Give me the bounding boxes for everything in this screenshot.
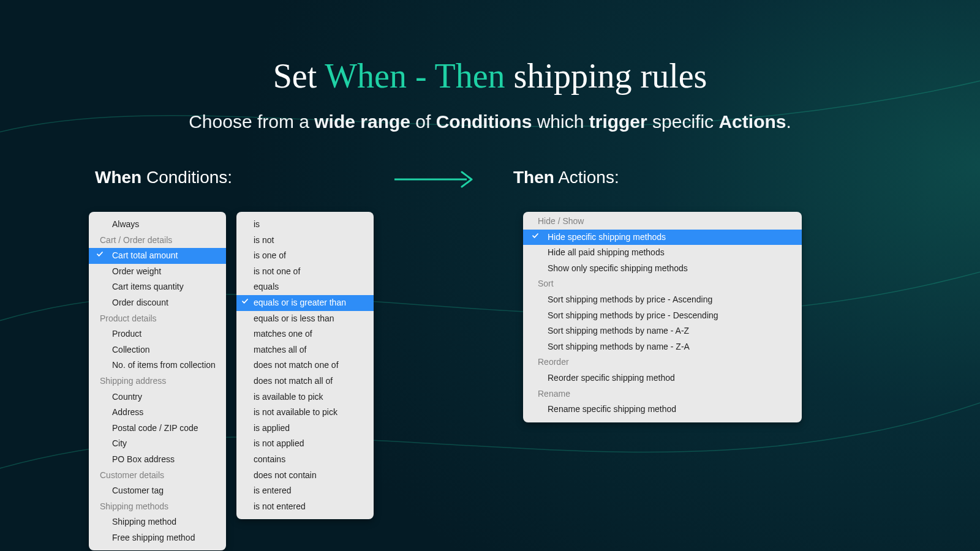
operator-item[interactable]: equals or is less than xyxy=(236,311,374,327)
action-header: Rename xyxy=(523,386,802,402)
action-item[interactable]: Sort shipping methods by price - Ascendi… xyxy=(523,292,802,308)
condition-item[interactable]: Postal code / ZIP code xyxy=(89,421,226,437)
operator-item[interactable]: is applied xyxy=(236,421,374,437)
condition-item[interactable]: No. of items from collection xyxy=(89,358,226,373)
operator-label: is one of xyxy=(254,250,286,260)
condition-label: Order discount xyxy=(112,298,168,307)
operator-item[interactable]: matches all of xyxy=(236,342,374,358)
heading-highlight: When - Then xyxy=(325,57,505,95)
condition-label: Collection xyxy=(112,345,149,354)
condition-item[interactable]: Always xyxy=(89,217,226,233)
operator-label: equals or is greater than xyxy=(254,298,346,307)
condition-label: Postal code / ZIP code xyxy=(112,423,198,433)
condition-item[interactable]: Cart items quantity xyxy=(89,279,226,295)
operator-label: is not applied xyxy=(254,438,304,448)
operator-item[interactable]: is entered xyxy=(236,483,374,499)
condition-label: Customer details xyxy=(100,470,164,480)
condition-label: No. of items from collection xyxy=(112,360,216,370)
condition-label: Shipping address xyxy=(100,376,166,386)
operator-item[interactable]: equals xyxy=(236,279,374,295)
conditions-panel[interactable]: AlwaysCart / Order detailsCart total amo… xyxy=(89,212,226,550)
action-item[interactable]: Sort shipping methods by name - A-Z xyxy=(523,323,802,339)
operator-label: does not match one of xyxy=(254,360,339,370)
action-label: Hide specific shipping methods xyxy=(548,232,666,242)
condition-label: Order weight xyxy=(112,266,161,276)
operator-label: equals or is less than xyxy=(254,313,334,323)
condition-header: Cart / Order details xyxy=(89,233,226,249)
operator-label: is not one of xyxy=(254,266,300,276)
condition-label: Shipping methods xyxy=(100,501,168,511)
condition-label: Cart / Order details xyxy=(100,235,172,245)
operator-item[interactable]: does not match all of xyxy=(236,373,374,389)
check-icon xyxy=(96,250,104,258)
condition-item[interactable]: Collection xyxy=(89,342,226,358)
action-label: Hide all paid shipping methods xyxy=(548,247,665,257)
operator-label: is available to pick xyxy=(254,392,323,402)
condition-item[interactable]: Country xyxy=(89,389,226,405)
when-section-label: When Conditions: xyxy=(95,168,232,187)
condition-label: Always xyxy=(112,219,139,229)
condition-item[interactable]: Shipping method xyxy=(89,514,226,530)
operator-item[interactable]: is xyxy=(236,217,374,233)
condition-item[interactable]: City xyxy=(89,436,226,452)
heading-part1: Set xyxy=(273,57,325,95)
condition-label: Address xyxy=(112,407,143,417)
condition-item[interactable]: PO Box address xyxy=(89,452,226,468)
action-item[interactable]: Sort shipping methods by name - Z-A xyxy=(523,339,802,355)
operators-panel[interactable]: isis notis one ofis not one ofequalsequa… xyxy=(236,212,374,519)
condition-item[interactable]: Free shipping method xyxy=(89,530,226,546)
condition-item[interactable]: Customer tag xyxy=(89,483,226,499)
operator-item[interactable]: is not applied xyxy=(236,436,374,452)
condition-header: Customer details xyxy=(89,468,226,484)
operator-label: matches all of xyxy=(254,345,306,354)
then-section-label: Then Actions: xyxy=(513,168,619,187)
action-label: Sort shipping methods by price - Descend… xyxy=(548,310,718,320)
operator-item[interactable]: contains xyxy=(236,452,374,468)
operator-item[interactable]: is not available to pick xyxy=(236,405,374,421)
operator-item[interactable]: does not match one of xyxy=(236,358,374,373)
operator-label: does not contain xyxy=(254,470,317,480)
condition-item[interactable]: Order weight xyxy=(89,264,226,280)
action-label: Rename xyxy=(538,389,570,399)
operator-label: contains xyxy=(254,454,285,464)
operator-item[interactable]: equals or is greater than xyxy=(236,295,374,311)
action-label: Reorder specific shipping method xyxy=(548,373,675,383)
action-label: Sort xyxy=(538,279,554,288)
action-item[interactable]: Rename specific shipping method xyxy=(523,402,802,418)
condition-label: PO Box address xyxy=(112,454,175,464)
actions-panel[interactable]: Hide / ShowHide specific shipping method… xyxy=(523,212,802,422)
action-item[interactable]: Hide specific shipping methods xyxy=(523,230,802,246)
action-label: Hide / Show xyxy=(538,216,584,226)
condition-label: Cart items quantity xyxy=(112,282,184,291)
action-item[interactable]: Sort shipping methods by price - Descend… xyxy=(523,308,802,324)
operator-label: does not match all of xyxy=(254,376,333,386)
page-title: Set When - Then shipping rules xyxy=(0,56,980,96)
action-label: Reorder xyxy=(538,357,569,367)
operator-item[interactable]: does not contain xyxy=(236,468,374,484)
condition-item[interactable]: Product xyxy=(89,326,226,342)
condition-label: Product xyxy=(112,329,141,339)
action-label: Rename specific shipping method xyxy=(548,404,676,414)
action-item[interactable]: Reorder specific shipping method xyxy=(523,370,802,386)
operator-item[interactable]: is not entered xyxy=(236,499,374,515)
condition-item[interactable]: Address xyxy=(89,405,226,421)
operator-item[interactable]: matches one of xyxy=(236,326,374,342)
action-label: Show only specific shipping methods xyxy=(548,263,688,273)
operator-label: is not xyxy=(254,235,274,245)
operator-item[interactable]: is not xyxy=(236,233,374,249)
condition-header: Shipping address xyxy=(89,373,226,389)
operator-item[interactable]: is one of xyxy=(236,248,374,264)
operator-item[interactable]: is available to pick xyxy=(236,389,374,405)
condition-item[interactable]: Cart total amount xyxy=(89,248,226,264)
action-header: Hide / Show xyxy=(523,216,802,230)
condition-label: City xyxy=(112,438,127,448)
action-header: Reorder xyxy=(523,354,802,370)
operator-label: matches one of xyxy=(254,329,312,339)
action-label: Sort shipping methods by price - Ascendi… xyxy=(548,294,712,304)
condition-item[interactable]: Order discount xyxy=(89,295,226,311)
operator-item[interactable]: is not one of xyxy=(236,264,374,280)
action-item[interactable]: Hide all paid shipping methods xyxy=(523,245,802,261)
operator-label: is not entered xyxy=(254,501,306,511)
condition-header: Shipping methods xyxy=(89,499,226,515)
action-item[interactable]: Show only specific shipping methods xyxy=(523,261,802,277)
